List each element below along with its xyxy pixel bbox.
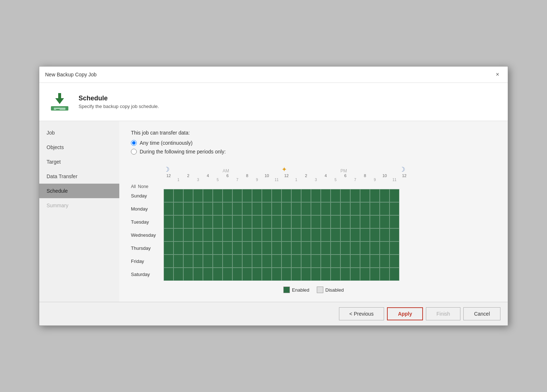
time-slot-thursday-14[interactable]: [301, 241, 311, 255]
time-slot-sunday-13[interactable]: [291, 189, 301, 202]
time-slot-sunday-12[interactable]: [282, 189, 291, 202]
time-slot-thursday-4[interactable]: [203, 241, 213, 255]
time-slot-sunday-22[interactable]: [380, 189, 390, 202]
time-slot-saturday-1[interactable]: [173, 268, 183, 281]
time-slot-tuesday-20[interactable]: [360, 215, 370, 228]
time-slot-wednesday-10[interactable]: [262, 228, 272, 241]
sidebar-item-schedule[interactable]: Schedule: [39, 184, 119, 198]
time-slot-thursday-19[interactable]: [350, 241, 360, 255]
time-slot-monday-20[interactable]: [360, 202, 370, 215]
time-slot-tuesday-7[interactable]: [232, 215, 242, 228]
time-slot-wednesday-3[interactable]: [193, 228, 203, 241]
time-slot-sunday-21[interactable]: [370, 189, 380, 202]
time-slot-sunday-17[interactable]: [331, 189, 340, 202]
time-slot-wednesday-18[interactable]: [340, 228, 350, 241]
time-slot-sunday-10[interactable]: [262, 189, 272, 202]
time-slot-sunday-14[interactable]: [301, 189, 311, 202]
time-slot-friday-6[interactable]: [223, 255, 232, 268]
time-slot-saturday-7[interactable]: [232, 268, 242, 281]
time-slot-tuesday-2[interactable]: [183, 215, 193, 228]
time-slot-wednesday-2[interactable]: [183, 228, 193, 241]
time-slot-sunday-0[interactable]: [164, 189, 173, 202]
time-slot-saturday-9[interactable]: [252, 268, 262, 281]
time-slot-saturday-0[interactable]: [164, 268, 173, 281]
sidebar-item-target[interactable]: Target: [39, 155, 119, 169]
time-slot-thursday-20[interactable]: [360, 241, 370, 255]
time-slot-tuesday-1[interactable]: [173, 215, 183, 228]
time-slot-saturday-8[interactable]: [242, 268, 252, 281]
time-slot-friday-14[interactable]: [301, 255, 311, 268]
time-slot-tuesday-9[interactable]: [252, 215, 262, 228]
time-slot-sunday-6[interactable]: [223, 189, 232, 202]
time-slot-monday-16[interactable]: [321, 202, 331, 215]
time-slot-thursday-16[interactable]: [321, 241, 331, 255]
cancel-button[interactable]: Cancel: [463, 307, 500, 320]
time-slot-sunday-8[interactable]: [242, 189, 252, 202]
time-slot-thursday-8[interactable]: [242, 241, 252, 255]
time-slot-saturday-20[interactable]: [360, 268, 370, 281]
time-slot-monday-19[interactable]: [350, 202, 360, 215]
time-slot-tuesday-6[interactable]: [223, 215, 232, 228]
previous-button[interactable]: < Previous: [339, 307, 384, 320]
time-slot-sunday-7[interactable]: [232, 189, 242, 202]
time-slot-friday-22[interactable]: [380, 255, 390, 268]
time-slot-monday-6[interactable]: [223, 202, 232, 215]
time-slot-saturday-14[interactable]: [301, 268, 311, 281]
time-slot-saturday-22[interactable]: [380, 268, 390, 281]
time-slot-friday-23[interactable]: [390, 255, 399, 268]
time-slot-thursday-21[interactable]: [370, 241, 380, 255]
time-slot-tuesday-21[interactable]: [370, 215, 380, 228]
time-slot-saturday-11[interactable]: [272, 268, 282, 281]
time-slot-thursday-5[interactable]: [213, 241, 223, 255]
time-slot-monday-0[interactable]: [164, 202, 173, 215]
time-slot-sunday-15[interactable]: [311, 189, 321, 202]
time-slot-sunday-4[interactable]: [203, 189, 213, 202]
time-slot-monday-10[interactable]: [262, 202, 272, 215]
time-slot-wednesday-0[interactable]: [164, 228, 173, 241]
time-slot-saturday-17[interactable]: [331, 268, 340, 281]
time-slot-friday-3[interactable]: [193, 255, 203, 268]
time-slot-wednesday-8[interactable]: [242, 228, 252, 241]
time-slot-wednesday-19[interactable]: [350, 228, 360, 241]
time-slot-friday-5[interactable]: [213, 255, 223, 268]
time-slot-saturday-21[interactable]: [370, 268, 380, 281]
time-slot-thursday-18[interactable]: [340, 241, 350, 255]
time-slot-thursday-9[interactable]: [252, 241, 262, 255]
time-slot-thursday-22[interactable]: [380, 241, 390, 255]
time-slot-thursday-15[interactable]: [311, 241, 321, 255]
time-slot-thursday-3[interactable]: [193, 241, 203, 255]
time-slot-saturday-13[interactable]: [291, 268, 301, 281]
all-button[interactable]: All: [131, 184, 136, 189]
time-slot-thursday-1[interactable]: [173, 241, 183, 255]
close-button[interactable]: ×: [493, 70, 502, 79]
time-slot-sunday-20[interactable]: [360, 189, 370, 202]
time-slot-thursday-17[interactable]: [331, 241, 340, 255]
radio-time-periods-input[interactable]: [131, 149, 137, 155]
time-slot-monday-9[interactable]: [252, 202, 262, 215]
time-slot-tuesday-10[interactable]: [262, 215, 272, 228]
time-slot-tuesday-15[interactable]: [311, 215, 321, 228]
time-slot-monday-15[interactable]: [311, 202, 321, 215]
time-slot-saturday-3[interactable]: [193, 268, 203, 281]
time-slot-thursday-7[interactable]: [232, 241, 242, 255]
time-slot-tuesday-16[interactable]: [321, 215, 331, 228]
time-slot-thursday-0[interactable]: [164, 241, 173, 255]
time-slot-monday-1[interactable]: [173, 202, 183, 215]
time-slot-friday-12[interactable]: [282, 255, 291, 268]
time-slot-wednesday-20[interactable]: [360, 228, 370, 241]
time-slot-wednesday-11[interactable]: [272, 228, 282, 241]
time-slot-thursday-2[interactable]: [183, 241, 193, 255]
time-slot-wednesday-21[interactable]: [370, 228, 380, 241]
time-slot-friday-16[interactable]: [321, 255, 331, 268]
time-slot-monday-4[interactable]: [203, 202, 213, 215]
time-slot-wednesday-12[interactable]: [282, 228, 291, 241]
time-slot-wednesday-23[interactable]: [390, 228, 399, 241]
time-slot-tuesday-12[interactable]: [282, 215, 291, 228]
time-slot-saturday-4[interactable]: [203, 268, 213, 281]
time-slot-monday-23[interactable]: [390, 202, 399, 215]
time-slot-saturday-6[interactable]: [223, 268, 232, 281]
time-slot-saturday-5[interactable]: [213, 268, 223, 281]
time-slot-friday-17[interactable]: [331, 255, 340, 268]
time-slot-friday-9[interactable]: [252, 255, 262, 268]
time-slot-wednesday-15[interactable]: [311, 228, 321, 241]
